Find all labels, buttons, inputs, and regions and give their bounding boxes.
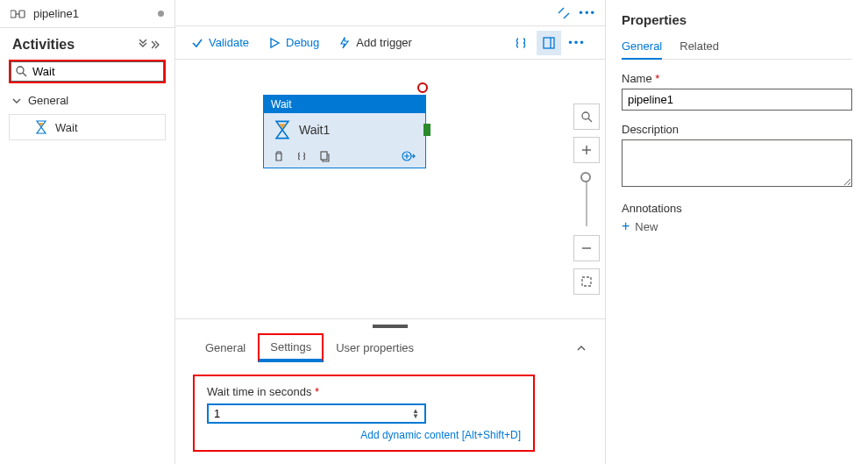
node-success-connector[interactable] [423,124,430,136]
activities-header: Activities [0,28,174,58]
group-label: General [28,94,68,107]
properties-tabs: General Related [622,39,852,60]
debug-label: Debug [286,36,319,49]
new-label: New [635,220,658,233]
properties-toggle-button[interactable] [537,31,561,55]
node-name: Wait1 [299,123,330,137]
props-tab-general[interactable]: General [622,39,662,60]
bottom-tabs: General Settings User properties [193,333,587,362]
chevron-down-icon [12,96,23,105]
activity-node-wait1[interactable]: Wait Wait1 [263,95,426,168]
properties-title: Properties [622,12,852,27]
description-field: Description [622,123,852,189]
collapse-all-icon[interactable] [138,39,148,50]
add-trigger-button[interactable]: Add trigger [338,36,412,49]
hourglass-icon [34,120,48,134]
toolbar: Validate Debug Add trigger ••• [175,26,605,60]
collapse-panel-icon[interactable] [575,342,587,354]
svg-line-4 [23,73,26,76]
search-highlight [9,60,166,83]
tab-general[interactable]: General [193,334,258,361]
sidebar: pipeline1 Activities General [0,0,175,464]
svg-rect-0 [11,11,16,18]
collapse-panel-icon[interactable] [152,39,162,50]
validate-button[interactable]: Validate [191,36,249,49]
activity-item-wait[interactable]: Wait [9,114,166,140]
activities-title: Activities [12,37,138,53]
tab-user-properties[interactable]: User properties [324,334,426,361]
code-icon[interactable] [295,150,308,162]
copy-icon[interactable] [318,150,331,162]
zoom-slider-thumb[interactable] [580,172,591,182]
validate-label: Validate [209,36,249,49]
fit-screen-button[interactable] [573,268,600,295]
unsaved-indicator-icon [158,11,164,17]
main-area: ••• Validate Debug Add trigger ••• [175,0,605,464]
panel-drag-handle[interactable] [373,325,408,328]
name-label: Name * [622,72,852,85]
wait-time-input[interactable] [214,407,412,420]
props-tab-related[interactable]: Related [679,39,719,59]
annotations-label: Annotations [622,202,852,215]
sidebar-header: pipeline1 [0,0,174,28]
activities-search-input[interactable] [11,61,164,82]
add-output-icon[interactable] [401,150,416,162]
wait-time-label: Wait time in seconds * [207,385,521,398]
svg-rect-1 [19,11,25,18]
svg-line-10 [588,118,592,122]
node-footer [264,146,425,168]
tab-settings[interactable]: Settings [258,333,324,362]
add-dynamic-content-link[interactable]: Add dynamic content [Alt+Shift+D] [207,429,521,441]
search-icon [15,65,27,77]
editor-title-bar: ••• [175,0,605,26]
annotations-field: Annotations + New [622,202,852,234]
canvas-controls [568,60,605,318]
wait-time-input-wrap: ▲▼ [207,403,426,424]
toolbar-more-icon[interactable]: ••• [565,31,589,55]
properties-panel: Properties General Related Name * Descri… [605,0,868,464]
delete-icon[interactable] [273,150,285,162]
svg-point-3 [17,67,24,74]
zoom-out-button[interactable] [573,235,600,261]
activities-group-general[interactable]: General [0,89,174,112]
activity-label: Wait [55,121,78,134]
node-body: Wait1 [264,113,425,146]
code-view-button[interactable] [509,31,533,55]
pipeline-canvas[interactable]: Wait Wait1 [175,60,568,318]
node-header: Wait [264,96,425,113]
name-field: Name * [622,72,852,111]
svg-rect-14 [582,277,591,286]
validation-error-icon[interactable] [417,82,428,93]
add-trigger-label: Add trigger [356,36,412,49]
plus-icon: + [622,218,630,234]
description-textarea[interactable] [622,139,852,187]
svg-rect-5 [544,38,554,48]
debug-button[interactable]: Debug [268,36,319,49]
bottom-panel: General Settings User properties Wait ti… [175,318,605,464]
more-menu-icon[interactable]: ••• [579,6,596,19]
zoom-slider[interactable] [586,174,587,226]
svg-rect-7 [321,152,327,160]
canvas-search-button[interactable] [573,104,600,130]
pipeline-title[interactable]: pipeline1 [33,7,79,20]
zoom-in-button[interactable] [573,137,600,163]
number-spinner[interactable]: ▲▼ [412,409,419,419]
add-annotation-button[interactable]: + New [622,218,852,234]
hourglass-icon [273,120,292,139]
name-input[interactable] [622,89,852,111]
expand-icon[interactable] [558,7,570,19]
settings-form-highlight: Wait time in seconds * ▲▼ Add dynamic co… [193,375,535,452]
description-label: Description [622,123,852,136]
pipeline-icon [11,8,26,20]
svg-point-9 [582,112,589,119]
